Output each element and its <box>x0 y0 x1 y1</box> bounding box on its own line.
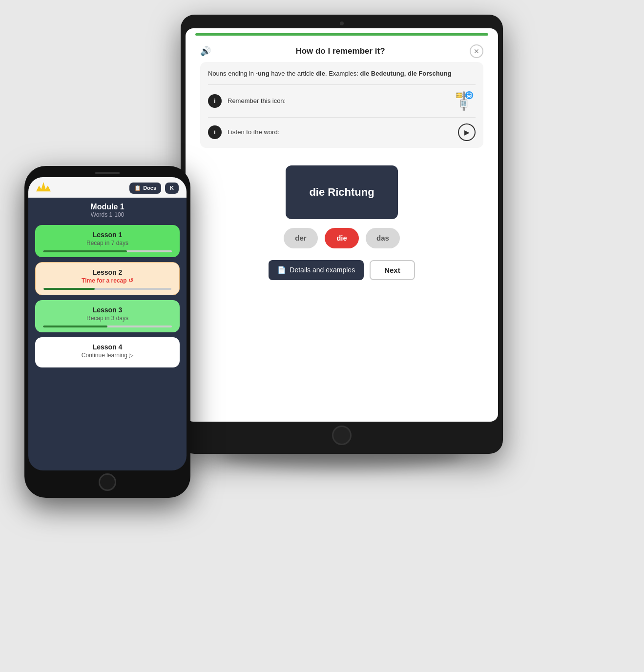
article-btn-das[interactable]: das <box>366 228 400 248</box>
docs-icon: 📋 <box>134 185 141 191</box>
article-buttons: der die das <box>284 228 400 248</box>
tablet-content: 🔊 How do I remember it? ✕ Nouns ending i… <box>186 36 498 422</box>
lesson-card-2[interactable]: Lesson 2 Time for a recap ↺ <box>35 262 180 295</box>
tablet-device: 🔊 How do I remember it? ✕ Nouns ending i… <box>181 15 503 454</box>
lesson-4-title: Lesson 4 <box>43 343 172 351</box>
tablet-home-button[interactable] <box>332 426 352 445</box>
info-divider-2 <box>208 117 476 118</box>
lesson-3-progress-fill <box>43 326 107 327</box>
tablet-camera <box>340 21 344 25</box>
lesson-2-title: Lesson 2 <box>43 268 171 276</box>
phone-module-sub: Words 1-100 <box>28 211 187 218</box>
details-button[interactable]: 📄 Details and examples <box>269 260 364 280</box>
lesson-1-progress-fill <box>43 250 127 252</box>
lesson-2-progress <box>43 288 171 290</box>
word-card: die Richtung <box>286 165 398 219</box>
info-box: Nouns ending in -ung have the article di… <box>200 62 483 148</box>
phone-top-actions: 📋 Docs K <box>129 183 179 194</box>
lesson-3-progress <box>43 326 172 327</box>
k-button[interactable]: K <box>165 183 179 194</box>
info-icon-2: i <box>208 125 222 139</box>
phone-speaker <box>95 172 120 174</box>
speaker-icon[interactable]: 🔊 <box>200 46 211 57</box>
lesson-1-title: Lesson 1 <box>43 231 172 239</box>
tablet-header: 🔊 How do I remember it? ✕ <box>200 41 483 62</box>
close-button[interactable]: ✕ <box>470 44 483 58</box>
lesson-card-4[interactable]: Lesson 4 Continue learning ▷ <box>35 337 180 367</box>
phone-device: 📋 Docs K Module 1 Words 1-100 Lesson 1 R… <box>24 166 190 498</box>
details-icon: 📄 <box>277 266 286 274</box>
crown-icon <box>36 182 51 194</box>
phone-module-title: Module 1 <box>28 203 187 211</box>
docs-label: Docs <box>143 185 156 191</box>
remember-row: i Remember this icon: 🚏 <box>208 91 476 111</box>
play-button[interactable]: ▶ <box>458 123 476 141</box>
info-divider-1 <box>208 84 476 85</box>
phone-module-header: Module 1 Words 1-100 <box>28 198 187 221</box>
lesson-2-progress-fill <box>43 288 95 290</box>
listen-label: Listen to the word: <box>228 128 452 136</box>
info-box-text: Nouns ending in -ung have the article di… <box>208 69 476 79</box>
lesson-3-title: Lesson 3 <box>43 306 172 314</box>
tablet-title: How do I remember it? <box>295 46 385 56</box>
lesson-3-sub: Recap in 3 days <box>43 315 172 322</box>
lesson-1-sub: Recap in 7 days <box>43 240 172 246</box>
phone-lessons: Lesson 1 Recap in 7 days Lesson 2 Time f… <box>28 221 187 371</box>
lesson-1-progress <box>43 250 172 252</box>
word-card-text: die Richtung <box>309 186 374 199</box>
lesson-2-sub: Time for a recap ↺ <box>43 277 171 284</box>
tablet-screen: 🔊 How do I remember it? ✕ Nouns ending i… <box>186 28 498 422</box>
phone-screen: 📋 Docs K Module 1 Words 1-100 Lesson 1 R… <box>28 177 187 470</box>
lesson-card-1[interactable]: Lesson 1 Recap in 7 days <box>35 225 180 257</box>
article-btn-die[interactable]: die <box>325 228 359 248</box>
phone-home-button[interactable] <box>99 473 116 491</box>
listen-row: i Listen to the word: ▶ <box>208 123 476 141</box>
lesson-card-3[interactable]: Lesson 3 Recap in 3 days <box>35 300 180 332</box>
next-button[interactable]: Next <box>370 260 415 280</box>
article-btn-der[interactable]: der <box>284 228 318 248</box>
close-icon: ✕ <box>474 47 479 55</box>
details-label: Details and examples <box>290 266 355 274</box>
lesson-4-sub: Continue learning ▷ <box>43 352 172 359</box>
remember-label: Remember this icon: <box>228 97 448 104</box>
phone-top-bar: 📋 Docs K <box>28 177 187 198</box>
info-icon-1: i <box>208 94 222 108</box>
signpost-icon: 🚏 <box>454 91 476 111</box>
docs-button[interactable]: 📋 Docs <box>129 183 161 194</box>
bottom-actions: 📄 Details and examples Next <box>200 260 483 280</box>
